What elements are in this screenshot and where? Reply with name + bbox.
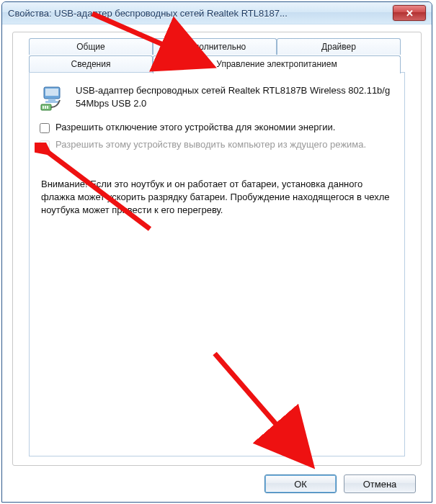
titlebar[interactable]: Свойства: USB-адаптер беспроводных сетей… xyxy=(2,2,432,24)
svg-rect-5 xyxy=(43,106,44,109)
tab-driver[interactable]: Драйвер xyxy=(277,38,401,55)
device-name: USB-адаптер беспроводных сетей Realtek R… xyxy=(76,84,394,109)
dialog-frame: Общие Дополнительно Драйвер Сведения Упр… xyxy=(12,32,422,466)
close-button[interactable]: ✕ xyxy=(393,5,426,21)
checkbox-allow-power-off[interactable] xyxy=(40,123,50,133)
client-area: Общие Дополнительно Драйвер Сведения Упр… xyxy=(2,24,432,502)
cancel-button[interactable]: Отмена xyxy=(344,474,416,493)
checkbox-allow-wake xyxy=(40,140,50,150)
tab-page-power: USB-адаптер беспроводных сетей Realtek R… xyxy=(29,72,405,456)
svg-rect-6 xyxy=(45,106,46,109)
dialog-buttons: ОК Отмена xyxy=(264,474,416,493)
svg-rect-3 xyxy=(45,101,58,103)
svg-rect-1 xyxy=(45,89,58,96)
tab-details[interactable]: Сведения xyxy=(29,55,153,72)
properties-window: Свойства: USB-адаптер беспроводных сетей… xyxy=(1,1,432,503)
network-adapter-icon xyxy=(40,84,68,113)
option-allow-power-off-label: Разрешить отключение этого устройства дл… xyxy=(55,122,335,132)
close-icon: ✕ xyxy=(406,8,414,19)
tab-strip: Общие Дополнительно Драйвер Сведения Упр… xyxy=(13,38,421,76)
option-allow-power-off[interactable]: Разрешить отключение этого устройства дл… xyxy=(30,119,404,136)
ok-button[interactable]: ОК xyxy=(264,474,337,493)
window-title: Свойства: USB-адаптер беспроводных сетей… xyxy=(8,8,393,19)
svg-rect-7 xyxy=(47,106,48,109)
tab-general[interactable]: Общие xyxy=(29,38,153,55)
option-allow-wake-label: Разрешить этому устройству выводить комп… xyxy=(55,139,366,150)
warning-text: Внимание! Если это ноутбук и он работает… xyxy=(30,153,404,217)
tab-advanced[interactable]: Дополнительно xyxy=(153,38,277,55)
svg-rect-2 xyxy=(48,99,55,101)
option-allow-wake: Разрешить этому устройству выводить комп… xyxy=(30,136,404,153)
device-header: USB-адаптер беспроводных сетей Realtek R… xyxy=(30,73,404,119)
